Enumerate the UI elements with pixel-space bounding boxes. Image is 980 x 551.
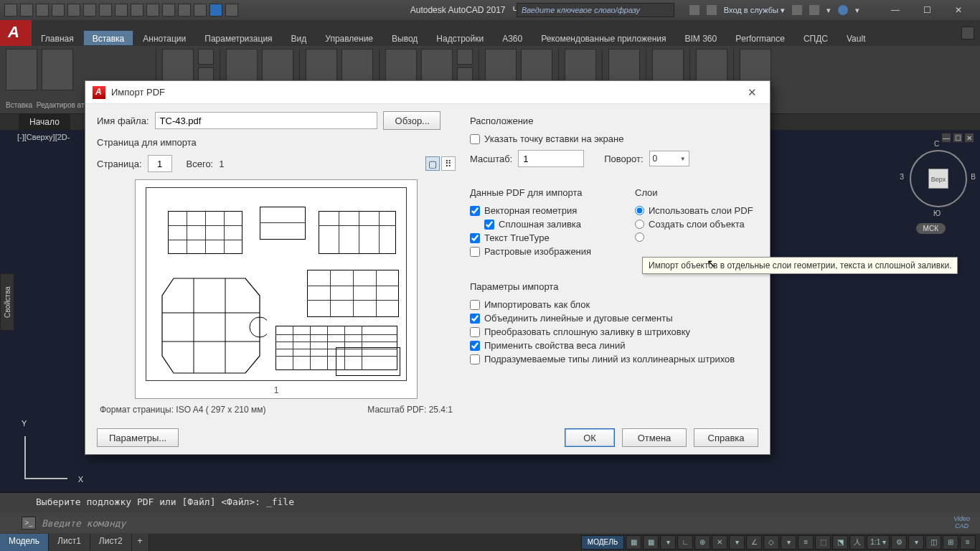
status-gear-icon[interactable]: ⚙ (891, 535, 907, 550)
layout-tab-add[interactable]: + (132, 534, 149, 551)
ribbon-tab[interactable]: СПДС (794, 30, 837, 46)
exchange-icon[interactable] (792, 5, 802, 15)
app-menu-button[interactable] (0, 20, 32, 46)
status-icon[interactable]: ▾ (781, 535, 796, 550)
qat-open-icon[interactable] (20, 4, 33, 17)
status-icon[interactable]: ▾ (908, 535, 924, 550)
ribbon-tab[interactable]: Надстройки (427, 30, 493, 46)
signin-link[interactable]: Вход в службы ▾ (724, 6, 785, 15)
vector-geometry-checkbox[interactable] (470, 206, 480, 216)
qat-icon[interactable] (225, 4, 238, 17)
join-segments-checkbox[interactable] (470, 314, 480, 324)
qat-icon[interactable] (131, 4, 143, 17)
viewcube-west[interactable]: З (900, 173, 904, 181)
status-polar-icon[interactable]: ⊕ (694, 535, 710, 550)
qat-icon[interactable] (194, 4, 207, 17)
ribbon-minimize-icon[interactable] (961, 27, 974, 39)
file-name-input[interactable] (155, 112, 377, 129)
apply-lineweight-checkbox[interactable] (470, 341, 480, 351)
view-cube[interactable]: Верх С Ю З В (910, 150, 967, 207)
status-snap-icon[interactable]: ▦ (643, 535, 659, 550)
command-input-placeholder[interactable]: Введите команду (42, 518, 126, 529)
ribbon-tab[interactable]: Вид (282, 30, 316, 46)
viewcube-top-face[interactable]: Верх (928, 169, 948, 189)
status-scale[interactable]: 1:1 ▾ (867, 535, 890, 550)
status-lineweight-icon[interactable]: ≡ (798, 535, 814, 550)
create-object-layers-radio[interactable] (635, 220, 644, 229)
file-tab-start[interactable]: Начало (19, 114, 70, 130)
page-preview[interactable]: 1 (135, 179, 418, 399)
ucs-button[interactable]: МСК (916, 223, 946, 234)
viewcube-south[interactable]: Ю (933, 209, 941, 217)
viewcube-east[interactable]: В (971, 173, 976, 181)
convert-fill-to-hatch-checkbox[interactable] (470, 327, 480, 337)
rotation-select[interactable]: 0▼ (649, 151, 689, 166)
user-icon[interactable] (707, 5, 717, 15)
qat-undo-icon[interactable] (83, 4, 96, 17)
grid-view-button[interactable]: ⠿ (441, 156, 456, 171)
params-button[interactable]: Параметры... (97, 428, 179, 447)
viewcube-north[interactable]: С (934, 140, 939, 148)
status-icon[interactable]: 人 (849, 535, 865, 550)
truetype-text-checkbox[interactable] (470, 233, 480, 243)
browse-button[interactable]: Обзор... (383, 111, 440, 130)
a360-icon[interactable] (689, 5, 699, 15)
viewport-close-icon[interactable]: ✕ (964, 133, 974, 143)
status-icon[interactable]: ▾ (729, 535, 745, 550)
ribbon-edit-attrib-icon[interactable] (42, 49, 73, 90)
command-prompt-icon[interactable]: >_ (22, 517, 36, 529)
ribbon-tab[interactable]: Рекомендованные приложения (532, 30, 675, 46)
infer-linetypes-checkbox[interactable] (470, 354, 480, 364)
command-input-row[interactable]: >_ Введите команду (0, 513, 980, 533)
status-icon[interactable]: ▾ (660, 535, 676, 550)
ribbon-icon[interactable] (457, 49, 473, 65)
ribbon-tab[interactable]: Управление (316, 30, 382, 46)
dialog-title-bar[interactable]: Импорт PDF ✕ (85, 81, 770, 104)
cancel-button[interactable]: Отмена (622, 428, 687, 447)
help-icon[interactable] (838, 5, 848, 15)
status-icon[interactable]: ✕ (712, 535, 727, 550)
status-ortho-icon[interactable]: ∟ (677, 535, 693, 550)
specify-point-checkbox[interactable] (470, 134, 480, 144)
ribbon-tab[interactable]: Performance (726, 30, 794, 46)
status-icon[interactable]: ◇ (763, 535, 779, 550)
qat-icon[interactable] (115, 4, 128, 17)
single-page-view-button[interactable]: ▢ (425, 156, 440, 171)
status-isodraft-icon[interactable]: ⬔ (832, 535, 848, 550)
a360-cloud-icon[interactable] (809, 5, 819, 15)
status-osnap-icon[interactable]: ∠ (746, 535, 762, 550)
ribbon-tab[interactable]: Параметризация (195, 30, 281, 46)
help-button[interactable]: Справка (694, 428, 758, 447)
properties-palette-tab[interactable]: Свойства (0, 273, 14, 331)
use-pdf-layers-radio[interactable] (635, 206, 644, 215)
ribbon-tab[interactable]: Вставка (83, 30, 134, 46)
ribbon-tab[interactable]: Аннотации (133, 30, 195, 46)
qat-new-icon[interactable] (4, 4, 17, 17)
status-icon[interactable]: ⬚ (815, 535, 831, 550)
qat-icon[interactable] (146, 4, 159, 17)
status-icon[interactable]: ⊞ (943, 535, 958, 550)
ribbon-insert-icon[interactable] (6, 49, 37, 90)
ribbon-tab[interactable]: Главная (32, 30, 83, 46)
status-model-button[interactable]: МОДЕЛЬ (581, 535, 624, 550)
viewport-maximize-icon[interactable]: ☐ (953, 133, 963, 143)
layout-tab-sheet1[interactable]: Лист1 (49, 534, 90, 551)
ribbon-tab[interactable]: BIM 360 (676, 30, 727, 46)
ok-button[interactable]: ОК (565, 428, 615, 447)
status-icon[interactable]: ◫ (925, 535, 941, 550)
ribbon-tab[interactable]: A360 (493, 30, 532, 46)
status-grid-icon[interactable]: ▦ (626, 535, 641, 550)
qat-save-icon[interactable] (36, 4, 49, 17)
window-maximize-button[interactable]: ☐ (911, 3, 943, 17)
raster-images-checkbox[interactable] (470, 247, 480, 257)
qat-redo-icon[interactable] (99, 4, 112, 17)
page-input[interactable] (148, 155, 172, 172)
layout-tab-model[interactable]: Модель (0, 534, 49, 551)
import-as-block-checkbox[interactable] (470, 300, 480, 310)
qat-icon[interactable] (178, 4, 191, 17)
qat-plot-icon[interactable] (67, 4, 80, 17)
window-close-button[interactable]: ✕ (943, 3, 974, 17)
ribbon-tab[interactable]: Вывод (382, 30, 427, 46)
qat-icon-active[interactable] (209, 4, 222, 17)
third-layer-radio[interactable] (635, 232, 644, 242)
